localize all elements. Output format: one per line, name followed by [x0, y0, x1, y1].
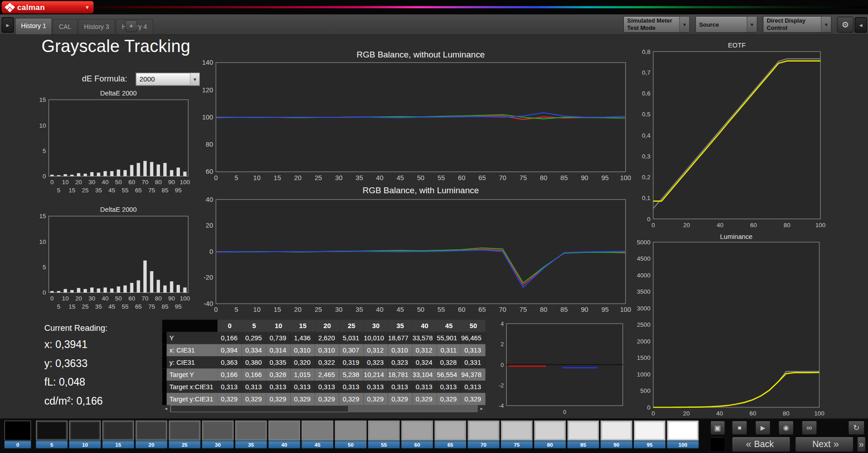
gray-patch-25[interactable]: 25 — [169, 420, 200, 448]
gray-patch-swatch[interactable] — [269, 420, 300, 440]
display-control-dropdown-caret[interactable]: ▼ — [821, 17, 831, 32]
svg-text:0,1: 0,1 — [642, 195, 651, 201]
gray-patch-35[interactable]: 35 — [235, 420, 267, 448]
gray-patch-5[interactable]: 5 — [36, 420, 68, 448]
tab-history-1[interactable]: History 1 — [15, 18, 52, 34]
gray-patch-swatch[interactable] — [434, 420, 466, 440]
continuous-read-button[interactable]: ∞ — [802, 420, 817, 435]
gray-patch-swatch[interactable] — [667, 420, 699, 440]
table-cell: 0,329 — [217, 393, 242, 405]
svg-text:80: 80 — [206, 141, 213, 148]
gray-patch-40[interactable]: 40 — [269, 420, 300, 448]
stop-button[interactable]: ■ — [732, 420, 747, 435]
gray-patch-50[interactable]: 50 — [335, 420, 367, 448]
gray-patch-swatch[interactable] — [302, 420, 333, 440]
table-cell: 10,010 — [363, 332, 388, 344]
next-button[interactable]: Next » — [795, 437, 854, 452]
table-cell: 18,677 — [388, 332, 412, 344]
table-cell: 5,031 — [340, 332, 364, 344]
svg-text:80: 80 — [540, 306, 547, 313]
display-control-dropdown[interactable]: Direct Display Control ▼ — [763, 16, 831, 33]
read-button[interactable]: ◉ — [778, 420, 794, 435]
expand-left-panel-button[interactable]: ▸ — [2, 17, 14, 33]
next-page-mini-button[interactable]: » — [857, 437, 866, 452]
svg-text:10: 10 — [39, 122, 46, 129]
deltae-bar — [77, 173, 80, 176]
gray-patch-100[interactable]: 100 — [667, 420, 699, 448]
gray-patch-swatch[interactable] — [36, 420, 68, 440]
gray-patch-swatch[interactable] — [601, 420, 632, 440]
meter-dropdown-caret[interactable]: ▼ — [679, 17, 689, 32]
gray-patch-95[interactable]: 95 — [634, 420, 665, 448]
gray-patch-15[interactable]: 15 — [103, 420, 134, 448]
source-dropdown[interactable]: Source ▼ — [695, 16, 757, 33]
gray-patch-swatch[interactable] — [468, 420, 500, 440]
back-button-label: Back — [754, 439, 774, 449]
play-button[interactable]: ▶ — [755, 420, 770, 435]
gray-patch-label: 55 — [368, 441, 400, 448]
add-tab-button[interactable]: + — [125, 20, 137, 32]
pattern-preview-button[interactable] — [710, 437, 725, 452]
pattern-window-button[interactable]: ▣ — [710, 420, 725, 435]
svg-text:55: 55 — [438, 174, 445, 181]
collapse-right-panel-button[interactable]: ◂ — [855, 17, 867, 33]
gray-patch-60[interactable]: 60 — [401, 420, 433, 448]
gray-patch-swatch[interactable] — [136, 420, 167, 440]
gray-patch-85[interactable]: 85 — [567, 420, 599, 448]
tab-history-3[interactable]: History 3 — [78, 19, 115, 34]
gray-patch-swatch[interactable] — [69, 420, 101, 440]
back-button[interactable]: « Back — [732, 437, 791, 452]
gray-patch-swatch[interactable] — [501, 420, 533, 440]
source-dropdown-caret[interactable]: ▼ — [747, 17, 757, 32]
gray-patch-swatch[interactable] — [235, 420, 267, 440]
gray-patch-75[interactable]: 75 — [501, 420, 533, 448]
de-formula-select[interactable]: 2000 ▼ — [136, 72, 200, 86]
gray-patch-swatch[interactable] — [368, 420, 400, 440]
svg-text:0,3: 0,3 — [642, 153, 651, 160]
gray-patch-swatch[interactable] — [534, 420, 566, 440]
svg-text:60: 60 — [458, 174, 465, 181]
gray-patch-label: 40 — [269, 441, 300, 448]
gray-patch-80[interactable]: 80 — [534, 420, 566, 448]
svg-text:60: 60 — [750, 222, 757, 229]
gray-patch-20[interactable]: 20 — [136, 420, 167, 448]
gray-patch-swatch[interactable] — [103, 420, 134, 440]
gray-patch-90[interactable]: 90 — [601, 420, 632, 448]
svg-text:1000: 1000 — [637, 371, 651, 378]
gray-patch-55[interactable]: 55 — [368, 420, 400, 448]
gray-patch-label: 45 — [302, 441, 333, 448]
gray-patch-65[interactable]: 65 — [434, 420, 466, 448]
gray-patch-30[interactable]: 30 — [202, 420, 234, 448]
table-cell: 0,319 — [340, 356, 364, 368]
gray-patch-swatch[interactable] — [5, 420, 31, 440]
scroll-right-arrow[interactable]: ► — [478, 405, 486, 412]
gray-patch-0[interactable]: 0 — [5, 420, 31, 448]
settings-gear-button[interactable]: ⚙ — [837, 17, 854, 33]
gray-patch-swatch[interactable] — [401, 420, 433, 440]
tab-cal[interactable]: CAL — [53, 19, 77, 34]
gray-patch-swatch[interactable] — [335, 420, 367, 440]
svg-text:70: 70 — [142, 179, 148, 186]
gray-patch-10[interactable]: 10 — [69, 420, 101, 448]
table-cell: 0,166 — [217, 368, 242, 381]
calman-logo-menu[interactable]: calman ▼ — [2, 1, 94, 13]
gray-patch-label: 20 — [136, 441, 167, 448]
svg-text:30: 30 — [89, 179, 95, 186]
table-cell: 0,313 — [461, 344, 486, 356]
svg-text:500: 500 — [640, 387, 650, 394]
scroll-left-arrow[interactable]: ◄ — [162, 405, 170, 412]
table-scrollbar[interactable]: ◄ ► — [162, 405, 486, 412]
plot-area — [49, 216, 189, 293]
svg-text:15: 15 — [39, 213, 46, 219]
gray-patch-swatch[interactable] — [202, 420, 234, 440]
refresh-button[interactable]: ↻ — [848, 420, 865, 435]
svg-text:5: 5 — [235, 306, 238, 313]
gray-patch-swatch[interactable] — [567, 420, 599, 440]
scrollbar-thumb[interactable] — [170, 405, 349, 412]
gray-patch-swatch[interactable] — [634, 420, 665, 440]
gray-patch-swatch[interactable] — [169, 420, 200, 440]
gray-patch-70[interactable]: 70 — [468, 420, 500, 448]
meter-dropdown[interactable]: Simulated Meter Test Mode ▼ — [623, 16, 690, 33]
gray-patch-45[interactable]: 45 — [302, 420, 333, 448]
app-window: calman ▼ ▸ History 1CALHistory 3History … — [0, 0, 868, 453]
